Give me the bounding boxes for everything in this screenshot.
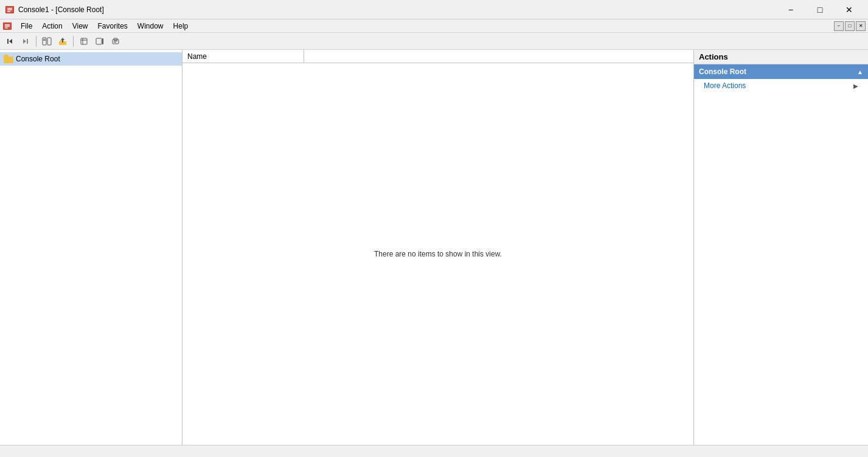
actions-item-more-actions[interactable]: More Actions ▶ bbox=[694, 79, 868, 92]
toolbar-separator-1 bbox=[36, 36, 36, 47]
submenu-arrow-icon: ▶ bbox=[853, 83, 858, 89]
menu-view[interactable]: View bbox=[68, 19, 93, 33]
back-icon bbox=[5, 37, 14, 46]
svg-rect-11 bbox=[7, 39, 9, 44]
title-bar: Console1 - [Console Root] − □ ✕ bbox=[0, 0, 868, 19]
svg-rect-8 bbox=[5, 26, 10, 27]
maximize-button[interactable]: □ bbox=[806, 0, 834, 19]
minimize-button[interactable]: − bbox=[777, 0, 805, 19]
up-icon bbox=[58, 37, 67, 46]
collapse-icon: ▲ bbox=[857, 69, 863, 75]
mdi-controls: − □ ✕ bbox=[834, 21, 866, 31]
actions-section-label: Console Root bbox=[699, 67, 746, 76]
title-bar-left: Console1 - [Console Root] bbox=[5, 5, 104, 15]
svg-rect-17 bbox=[43, 40, 46, 41]
svg-rect-3 bbox=[7, 9, 12, 10]
mdi-restore-button[interactable]: □ bbox=[845, 21, 855, 31]
empty-message: There are no items to show in this view. bbox=[374, 250, 502, 258]
action-pane-icon bbox=[95, 37, 104, 46]
svg-rect-26 bbox=[102, 38, 103, 44]
mmc-app-icon bbox=[2, 21, 12, 31]
up-button[interactable] bbox=[55, 35, 70, 48]
svg-rect-15 bbox=[47, 38, 51, 45]
tree-item-label-console-root: Console Root bbox=[16, 55, 60, 63]
mdi-close-button[interactable]: ✕ bbox=[856, 21, 866, 31]
menu-window[interactable]: Window bbox=[133, 19, 168, 33]
svg-rect-4 bbox=[7, 11, 10, 12]
toolbar-separator-2 bbox=[73, 36, 74, 47]
forward-button[interactable] bbox=[18, 35, 33, 48]
svg-rect-9 bbox=[5, 27, 8, 29]
properties-icon bbox=[111, 37, 120, 46]
tree-item-console-root[interactable]: Console Root bbox=[0, 52, 182, 66]
svg-rect-21 bbox=[62, 40, 63, 43]
title-bar-controls: − □ ✕ bbox=[777, 0, 863, 19]
svg-marker-12 bbox=[23, 39, 26, 44]
more-actions-label: More Actions bbox=[704, 81, 746, 90]
properties-button[interactable] bbox=[108, 35, 123, 48]
svg-rect-2 bbox=[7, 8, 12, 9]
svg-rect-13 bbox=[27, 39, 28, 44]
export-button[interactable] bbox=[77, 35, 91, 48]
show-action-pane-button[interactable] bbox=[92, 35, 107, 48]
window-title: Console1 - [Console Root] bbox=[18, 5, 104, 14]
svg-rect-16 bbox=[43, 39, 46, 40]
svg-rect-29 bbox=[114, 41, 117, 41]
menu-bar: File Action View Favorites Window Help −… bbox=[0, 19, 868, 33]
svg-rect-25 bbox=[96, 38, 102, 44]
mdi-minimize-button[interactable]: − bbox=[834, 21, 844, 31]
svg-rect-14 bbox=[43, 38, 46, 45]
content-body: There are no items to show in this view. bbox=[182, 63, 693, 445]
svg-marker-10 bbox=[9, 39, 12, 44]
menu-action[interactable]: Action bbox=[37, 19, 67, 33]
back-button[interactable] bbox=[2, 35, 17, 48]
tree-panel: Console Root bbox=[0, 50, 182, 445]
app-icon bbox=[5, 5, 15, 15]
toolbar bbox=[0, 33, 868, 50]
svg-rect-22 bbox=[81, 38, 87, 44]
actions-panel: Actions Console Root ▲ More Actions ▶ bbox=[694, 50, 868, 445]
menu-help[interactable]: Help bbox=[168, 19, 193, 33]
svg-rect-30 bbox=[114, 42, 116, 43]
actions-panel-header: Actions bbox=[694, 50, 868, 64]
column-name: Name bbox=[182, 50, 304, 63]
svg-rect-7 bbox=[5, 24, 10, 26]
status-bar bbox=[0, 445, 868, 457]
console-root-folder-icon bbox=[4, 55, 13, 63]
svg-marker-20 bbox=[61, 38, 64, 40]
content-header: Name bbox=[182, 50, 693, 63]
menu-file[interactable]: File bbox=[16, 19, 37, 33]
main-container: Console Root Name There are no items to … bbox=[0, 50, 868, 445]
export-icon bbox=[80, 37, 88, 46]
menu-favorites[interactable]: Favorites bbox=[93, 19, 133, 33]
show-tree-button[interactable] bbox=[40, 35, 54, 48]
content-panel: Name There are no items to show in this … bbox=[182, 50, 694, 445]
actions-section-console-root[interactable]: Console Root ▲ bbox=[694, 64, 868, 79]
close-button[interactable]: ✕ bbox=[835, 0, 863, 19]
forward-icon bbox=[21, 37, 30, 46]
tree-icon bbox=[42, 37, 52, 46]
svg-rect-19 bbox=[60, 40, 62, 42]
